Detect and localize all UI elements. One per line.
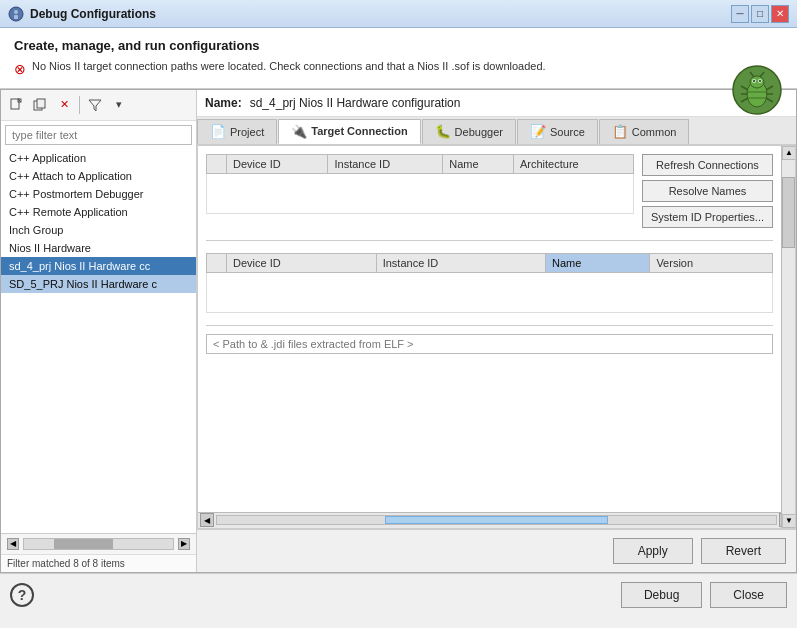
tab-target-connection[interactable]: 🔌 Target Connection [278, 119, 420, 144]
svg-point-8 [753, 80, 755, 82]
sidebar-toolbar: ✕ ▾ [1, 90, 196, 121]
vscroll-up[interactable]: ▲ [782, 146, 796, 160]
bot-table-empty-row [207, 272, 773, 312]
svg-marker-25 [89, 100, 101, 111]
svg-rect-24 [37, 99, 45, 108]
bottom-bar: ? Debug Close [0, 573, 797, 617]
resolve-names-button[interactable]: Resolve Names [642, 180, 773, 202]
section-separator-2 [206, 325, 773, 326]
top-col-device-id[interactable]: Device ID [227, 154, 328, 173]
filter-input[interactable] [5, 125, 192, 145]
top-table-with-buttons: Device ID Instance ID Name Architecture [206, 154, 773, 228]
content-body: Device ID Instance ID Name Architecture [198, 146, 795, 512]
sidebar: ✕ ▾ C++ Application C++ Attach to Applic… [1, 90, 197, 572]
vscroll-track[interactable] [782, 160, 795, 514]
svg-point-5 [750, 76, 764, 88]
tab-target-label: Target Connection [311, 125, 407, 137]
window-controls: ─ □ ✕ [731, 5, 789, 23]
bottom-table: Device ID Instance ID Name Version [206, 253, 773, 313]
tab-common-label: Common [632, 126, 677, 138]
revert-button[interactable]: Revert [701, 538, 786, 564]
svg-point-9 [759, 80, 761, 82]
scrollbar-thumb [54, 539, 114, 549]
sidebar-hscrollbar[interactable] [23, 538, 174, 550]
top-col-instance-id[interactable]: Instance ID [328, 154, 443, 173]
elf-input[interactable] [206, 334, 773, 354]
new-config-button[interactable] [5, 94, 27, 116]
maximize-button[interactable]: □ [751, 5, 769, 23]
header-title: Create, manage, and run configurations [14, 38, 783, 53]
elf-row [206, 334, 773, 354]
top-col-name[interactable]: Name [443, 154, 514, 173]
sidebar-item-cpp-app[interactable]: C++ Application [1, 149, 196, 167]
sidebar-item-inch[interactable]: Inch Group [1, 221, 196, 239]
sidebar-item-nios[interactable]: Nios II Hardware [1, 239, 196, 257]
target-tab-icon: 🔌 [291, 124, 307, 139]
name-row: Name: sd_4_prj Nios II Hardware configur… [197, 90, 796, 117]
bot-col-device-id[interactable]: Device ID [227, 253, 377, 272]
right-panel: Name: sd_4_prj Nios II Hardware configur… [197, 90, 796, 572]
tab-project-label: Project [230, 126, 264, 138]
filter-info: Filter matched 8 of 8 items [1, 554, 196, 572]
top-table: Device ID Instance ID Name Architecture [206, 154, 634, 214]
scroll-right-button[interactable]: ▶ [178, 538, 190, 550]
bottom-buttons: Debug Close [621, 582, 787, 608]
content-spacer [198, 358, 781, 512]
section-separator-1 [206, 240, 773, 241]
tab-debugger[interactable]: 🐛 Debugger [422, 119, 516, 144]
delete-button[interactable]: ✕ [53, 94, 75, 116]
header-error: ⊗ No Nios II target connection paths wer… [14, 59, 783, 80]
tab-common[interactable]: 📋 Common [599, 119, 690, 144]
bot-col-instance-id[interactable]: Instance ID [376, 253, 545, 272]
close-button[interactable]: Close [710, 582, 787, 608]
window-title: Debug Configurations [30, 7, 731, 21]
name-value: sd_4_prj Nios II Hardware configuration [250, 96, 461, 110]
bot-col-empty [207, 253, 227, 272]
debug-icon [8, 6, 24, 22]
sidebar-item-remote[interactable]: C++ Remote Application [1, 203, 196, 221]
tab-content: ▲ ▼ Device ID Inst [197, 145, 796, 529]
top-col-arch[interactable]: Architecture [513, 154, 633, 173]
bot-col-name[interactable]: Name [545, 253, 649, 272]
sidebar-list: C++ Application C++ Attach to Applicatio… [1, 149, 196, 533]
error-icon: ⊗ [14, 60, 26, 80]
scroll-left-button[interactable]: ◀ [7, 538, 19, 550]
apply-button[interactable]: Apply [613, 538, 693, 564]
sidebar-item-sd4[interactable]: sd_4_prj Nios II Hardware cc [1, 257, 196, 275]
top-col-empty [207, 154, 227, 173]
sidebar-item-postmortem[interactable]: C++ Postmortem Debugger [1, 185, 196, 203]
vscroll-down[interactable]: ▼ [782, 514, 796, 528]
content-hscrollbar[interactable]: ◀ ▶ [198, 512, 795, 528]
hscroll-left[interactable]: ◀ [200, 513, 214, 527]
tab-source-label: Source [550, 126, 585, 138]
tab-project[interactable]: 📄 Project [197, 119, 277, 144]
help-button[interactable]: ? [10, 583, 34, 607]
common-tab-icon: 📋 [612, 124, 628, 139]
bug-decorative-icon [731, 64, 783, 116]
sidebar-item-attach[interactable]: C++ Attach to Application [1, 167, 196, 185]
side-buttons: Refresh Connections Resolve Names System… [642, 154, 773, 228]
tab-debugger-label: Debugger [455, 126, 503, 138]
more-options-button[interactable]: ▾ [108, 94, 130, 116]
debug-button[interactable]: Debug [621, 582, 702, 608]
main-content: ✕ ▾ C++ Application C++ Attach to Applic… [0, 89, 797, 573]
duplicate-button[interactable] [29, 94, 51, 116]
sidebar-item-sd5[interactable]: SD_5_PRJ Nios II Hardware c [1, 275, 196, 293]
toolbar-separator [79, 96, 80, 114]
minimize-button[interactable]: ─ [731, 5, 749, 23]
svg-rect-2 [14, 15, 18, 19]
refresh-connections-button[interactable]: Refresh Connections [642, 154, 773, 176]
apply-revert-row: Apply Revert [197, 529, 796, 572]
svg-point-1 [14, 10, 18, 14]
hscroll-thumb [385, 516, 609, 524]
vertical-scrollbar[interactable]: ▲ ▼ [781, 146, 795, 528]
tab-source[interactable]: 📝 Source [517, 119, 598, 144]
top-table-section: Device ID Instance ID Name Architecture [198, 146, 781, 236]
bottom-table-section: Device ID Instance ID Name Version [198, 245, 781, 321]
bot-col-version[interactable]: Version [650, 253, 773, 272]
close-window-button[interactable]: ✕ [771, 5, 789, 23]
system-id-button[interactable]: System ID Properties... [642, 206, 773, 228]
project-tab-icon: 📄 [210, 124, 226, 139]
hscroll-track[interactable] [216, 515, 777, 525]
filter-button[interactable] [84, 94, 106, 116]
